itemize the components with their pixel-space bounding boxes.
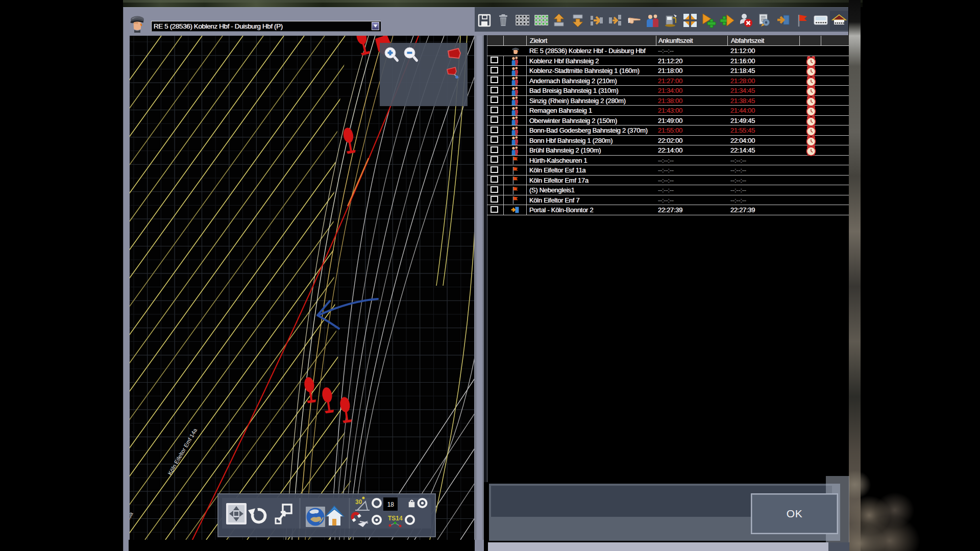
svg-text:18: 18 <box>387 501 395 508</box>
svg-text:TS14: TS14 <box>388 515 403 522</box>
svg-text:30: 30 <box>355 498 362 506</box>
